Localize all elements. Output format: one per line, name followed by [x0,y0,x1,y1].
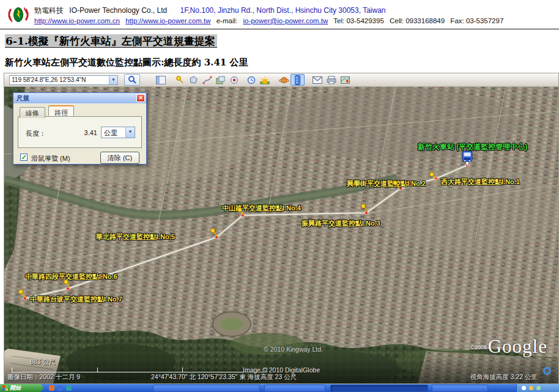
pushpin-icon-no6[interactable] [63,279,72,289]
pushpin-icon-no2[interactable] [392,180,401,190]
chevron-down-icon[interactable]: ▼ [125,127,135,138]
add-image-overlay-icon [216,76,225,84]
unit-select[interactable]: 公里 ▼ [101,127,135,138]
view-in-maps-icon [341,76,350,84]
length-value: 3.41 [84,129,97,136]
windows-taskbar: 開始 [0,384,559,392]
add-polygon-icon [189,76,198,84]
hide-sidebar-icon [156,76,166,84]
tray-icon-1[interactable] [522,386,526,390]
ruler-dialog: 尺規 ✕ 線條 路徑 長度： 3.41 公里 ▼ [13,92,147,165]
task-button-1[interactable] [153,385,260,392]
map-label-no1[interactable]: 西大路平交道監控點I.No.1 [441,177,520,187]
streaming-indicator-icon [543,367,551,375]
google-earth-window: 119 58'24.8"E,26 12'53.4"N ▼ [4,73,559,384]
email-icon [313,76,322,84]
add-image-overlay-button[interactable] [213,74,228,86]
print-icon [327,76,336,84]
map-viewport[interactable]: 新竹火車站 (平交道監控管理中心) 西大路平交道監控點I.No.1 興學街平交道… [4,87,558,383]
email-label: e-mail: [217,17,238,24]
map-label-no3[interactable]: 振興路平交道監控點I.No.3 [302,219,380,228]
company-logo-icon [6,2,31,27]
historical-imagery-button[interactable] [244,74,258,86]
cell: Cell: 0933168849 [390,17,445,24]
section-title: 6-1.模擬『新竹火車站』左側平交道規畫提案 [5,34,217,48]
coordinate-input[interactable]: 119 58'24.8"E,26 12'53.4"N ▼ [9,75,118,85]
quicklaunch-icon-1[interactable] [49,385,54,391]
pushpin-icon-no7[interactable] [18,289,27,299]
sunlight-icon [260,76,270,84]
historical-imagery-icon [247,76,256,84]
ruler-icon [294,75,301,85]
kingway-credit: © 2010 Kingway Ltd. [264,346,323,353]
sunlight-button[interactable] [257,74,272,86]
ruler-dialog-title: 尺規 [17,94,29,102]
scale-label: 883 公尺 [30,358,55,366]
google-watermark: ©2009Google [470,336,547,358]
url-cn-link[interactable]: http://www.io-power.com.cn [34,17,120,24]
switch-planet-button[interactable] [277,74,291,86]
scale-bar [12,368,267,372]
length-label: 長度： [26,129,46,138]
quicklaunch-icon-2[interactable] [57,385,63,391]
email-button[interactable] [310,74,324,86]
mouse-nav-label: 滑鼠導覽 (M) [31,154,70,163]
add-placemark-icon [176,75,185,85]
system-tray[interactable] [516,384,559,392]
tel: Tel: 03-5429395 [333,17,383,24]
tab-line[interactable]: 線條 [20,107,45,118]
view-in-maps-button[interactable] [338,74,352,86]
google-logo-text: Google [488,336,547,357]
map-label-no5[interactable]: 華北路平交道監控點I.No.5 [96,232,175,242]
print-button[interactable] [324,74,338,86]
pushpin-icon-no4[interactable] [237,207,246,217]
switch-planet-icon [279,76,289,84]
tray-icon-3[interactable] [536,386,541,390]
company-line: 勁電科技 IO-Power Technology Co., Ltd 1F,No.… [34,6,386,16]
fax: Fax: 03-5357297 [450,17,503,24]
start-button[interactable]: 開始 [0,384,43,392]
map-label-no7[interactable]: 中華路台玻平交道監控點I.No.7 [30,295,122,304]
unit-value: 公里 [104,129,117,136]
pushpin-icon-no3[interactable] [360,203,369,213]
document-page: 勁電科技 IO-Power Technology Co., Ltd 1F,No.… [0,0,559,392]
hide-sidebar-button[interactable] [154,74,168,86]
tab-path[interactable]: 路徑 [48,105,74,116]
add-polygon-button[interactable] [187,74,201,86]
pushpin-icon-no5[interactable] [210,227,219,238]
add-placemark-button[interactable] [173,74,187,86]
company-address: 1F,No.100, Jinzhu Rd., North Dist., Hsin… [180,6,386,15]
pushpin-icon-no1[interactable] [429,171,438,182]
task-button-2[interactable] [264,385,325,392]
start-label: 開始 [10,385,21,391]
contact-line: http://www.io-power.com.cn http://www.io… [34,17,507,24]
ruler-dialog-titlebar[interactable]: 尺規 ✕ [13,93,146,103]
quicklaunch-icon-3[interactable] [66,385,72,391]
page-subtitle: 新竹火車站左側平交道數位監控點圖示:總長度約 3.41 公里 [5,57,248,68]
ge-toolbar: 119 58'24.8"E,26 12'53.4"N ▼ [4,73,558,87]
add-path-icon [202,76,212,84]
map-label-no4[interactable]: 中山路平交道監控點I.No.4 [222,204,301,213]
search-button[interactable] [124,74,140,86]
coordinate-value: 119 58'24.8"E,26 12'53.4"N [12,76,86,83]
record-tour-button[interactable] [227,74,241,86]
close-icon[interactable]: ✕ [136,94,145,102]
train-station-icon[interactable] [461,150,474,169]
ruler-button[interactable] [291,74,305,86]
google-copyright: ©2009 [470,344,487,350]
add-path-button[interactable] [200,74,214,86]
url-tw-link[interactable]: http://www.io-power.com.tw [125,17,210,24]
map-label-no2[interactable]: 興學街平交道監控點I.No.2 [347,179,426,188]
mouse-nav-checkbox[interactable]: ✓ [20,153,28,161]
letterhead: 勁電科技 IO-Power Technology Co., Ltd 1F,No.… [0,0,559,29]
email-link[interactable]: io-power@io-power.com.tw [243,17,328,24]
company-name-en: IO-Power Technology Co., Ltd [69,6,167,15]
company-name-zh: 勁電科技 [34,6,64,15]
imagery-date: 圖像日期：2002 十二月 9 [7,373,80,382]
clear-button[interactable]: 清除 (C) [100,152,139,164]
task-button-3[interactable] [432,385,488,392]
tray-icon-2[interactable] [529,386,533,390]
task-button-active[interactable] [330,385,428,392]
record-tour-icon [230,76,239,84]
chevron-down-icon[interactable]: ▼ [109,76,117,84]
